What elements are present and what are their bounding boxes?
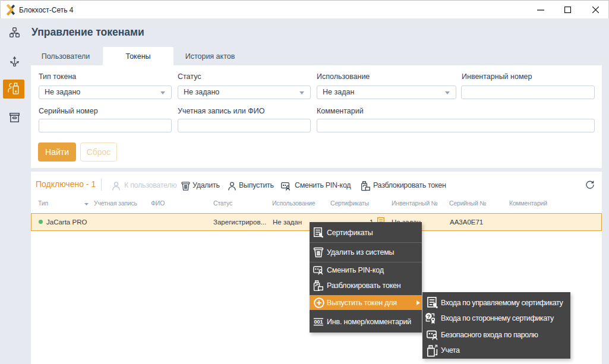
svg-text:?: ? [427, 313, 430, 319]
svg-text:001: 001 [314, 319, 323, 325]
